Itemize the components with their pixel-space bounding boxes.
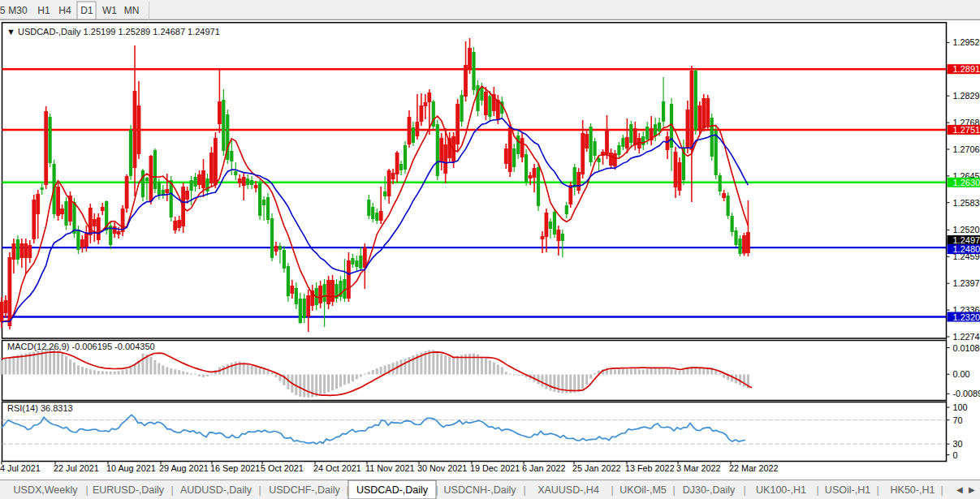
svg-text:1.27065: 1.27065 — [953, 144, 980, 154]
svg-text:1.22745: 1.22745 — [953, 332, 980, 342]
svg-text:M30: M30 — [8, 5, 28, 16]
svg-text:H4: H4 — [58, 5, 71, 16]
svg-text:19 Dec 2021: 19 Dec 2021 — [470, 463, 520, 473]
svg-text:0: 0 — [953, 450, 958, 460]
svg-text:0.010869: 0.010869 — [953, 343, 980, 353]
svg-text:USOil-,H1: USOil-,H1 — [825, 484, 870, 496]
svg-text:|: | — [435, 484, 438, 496]
svg-text:5 Oct 2021: 5 Oct 2021 — [261, 463, 304, 473]
svg-text:1.28295: 1.28295 — [953, 91, 980, 101]
svg-text:0.00: 0.00 — [953, 369, 970, 379]
svg-text:1.27515: 1.27515 — [953, 125, 980, 135]
svg-text:1.25205: 1.25205 — [953, 225, 980, 234]
svg-text:W1: W1 — [102, 5, 117, 16]
svg-text:30: 30 — [953, 439, 963, 449]
svg-text:|: | — [258, 484, 261, 496]
svg-text:22 Mar 2022: 22 Mar 2022 — [729, 463, 779, 473]
svg-text:11 Nov 2021: 11 Nov 2021 — [365, 463, 414, 473]
svg-text:|: | — [816, 484, 818, 496]
svg-text:|: | — [85, 484, 88, 496]
svg-text:MN: MN — [124, 5, 140, 16]
svg-text:▼ USDCAD-,Daily 1.25199 1.25: ▼ USDCAD-,Daily 1.25199 1.25289 1.24687 … — [6, 27, 220, 37]
svg-text:|: | — [171, 484, 173, 496]
svg-text:70: 70 — [953, 415, 963, 425]
svg-text:USDX,Weekly: USDX,Weekly — [14, 484, 79, 496]
svg-text:5: 5 — [0, 5, 6, 16]
svg-text:D1: D1 — [80, 5, 93, 16]
svg-text:|: | — [346, 484, 348, 496]
svg-text:1.26303: 1.26303 — [953, 178, 980, 187]
svg-text:XAUUSD-,H4: XAUUSD-,H4 — [537, 484, 599, 496]
svg-text:1.25835: 1.25835 — [953, 198, 980, 208]
svg-text:|: | — [611, 484, 613, 496]
svg-text:-0.008974: -0.008974 — [953, 389, 980, 398]
svg-text:100: 100 — [953, 402, 968, 412]
svg-text:USDCHF-,Daily: USDCHF-,Daily — [269, 484, 340, 496]
svg-text:|: | — [743, 484, 745, 496]
svg-text:MACD(12,26,9) -0.006195 -0.004: MACD(12,26,9) -0.006195 -0.004350 — [7, 342, 155, 351]
svg-text:1.28912: 1.28912 — [953, 64, 980, 74]
svg-text:24 Oct 2021: 24 Oct 2021 — [313, 463, 361, 473]
svg-text:3 Mar 2022: 3 Mar 2022 — [676, 463, 721, 473]
svg-text:1.24971: 1.24971 — [953, 235, 980, 245]
svg-text:|: | — [672, 484, 675, 496]
svg-text:30 Nov 2021: 30 Nov 2021 — [417, 463, 467, 473]
svg-text:25 Jan 2022: 25 Jan 2022 — [572, 463, 620, 473]
svg-text:1.29525: 1.29525 — [953, 37, 980, 47]
svg-text:|: | — [876, 484, 879, 496]
svg-text:EURUSD-,Daily: EURUSD-,Daily — [93, 484, 165, 496]
svg-text:◀: ◀ — [956, 485, 963, 494]
svg-text:1.24800: 1.24800 — [953, 244, 980, 254]
svg-text:▶: ▶ — [969, 485, 975, 494]
svg-text:1.23203: 1.23203 — [953, 312, 980, 322]
svg-text:4 Jul 2021: 4 Jul 2021 — [0, 463, 41, 473]
svg-text:USDCNH-,Daily: USDCNH-,Daily — [444, 484, 517, 496]
svg-text:22 Jul 2021: 22 Jul 2021 — [54, 463, 99, 473]
svg-text:UK100-,H1: UK100-,H1 — [756, 484, 806, 496]
svg-text:AUDUSD-,Daily: AUDUSD-,Daily — [180, 484, 253, 496]
svg-text:6 Jan 2022: 6 Jan 2022 — [522, 463, 565, 473]
svg-text:13 Feb 2022: 13 Feb 2022 — [625, 463, 675, 473]
svg-text:|: | — [523, 484, 525, 496]
svg-text:USDCAD-,Daily: USDCAD-,Daily — [356, 484, 429, 496]
svg-text:HK50-,H1: HK50-,H1 — [891, 484, 935, 496]
svg-text:16 Sep 2021: 16 Sep 2021 — [210, 463, 260, 473]
svg-text:10 Aug 2021: 10 Aug 2021 — [106, 463, 156, 473]
svg-text:RSI(14) 36.8313: RSI(14) 36.8313 — [7, 403, 73, 413]
svg-text:DJ30-,Daily: DJ30-,Daily — [683, 484, 736, 496]
svg-text:|: | — [940, 484, 943, 496]
svg-text:29 Aug 2021: 29 Aug 2021 — [159, 463, 209, 473]
svg-text:1.23975: 1.23975 — [953, 278, 980, 288]
svg-text:H1: H1 — [37, 5, 50, 16]
svg-text:UKOil-,M5: UKOil-,M5 — [620, 484, 667, 496]
